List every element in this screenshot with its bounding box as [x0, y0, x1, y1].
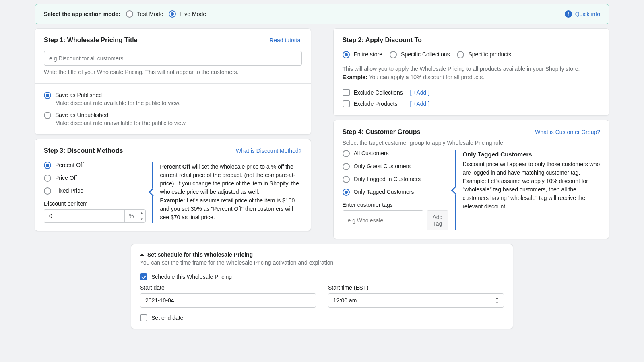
step2-card: Step 2: Apply Discount To Entire store S… [333, 28, 610, 116]
schedule-card: Set schedule for this Wholesale Pricing … [131, 244, 513, 329]
fixed-price-radio[interactable] [44, 187, 51, 195]
info-percent-bold: Percent Off [160, 163, 190, 170]
quick-info-link[interactable]: i Quick info [565, 10, 600, 18]
app-mode-label: Select the application mode: [44, 11, 120, 17]
what-discount-method-link[interactable]: What is Discount Method? [236, 148, 301, 154]
guest-customers-radio[interactable] [343, 163, 350, 170]
caret-up-icon [140, 253, 144, 256]
entire-store-radio[interactable] [343, 51, 350, 58]
specific-products-option[interactable]: Specific products [457, 51, 511, 58]
fixed-price-option[interactable]: Fixed Price [44, 187, 146, 195]
customer-tags-input[interactable] [343, 210, 423, 230]
set-end-date-label: Set end date [151, 315, 183, 321]
schedule-this-label: Schedule this Wholesale Pricing [151, 274, 232, 280]
save-unpublished-radio[interactable] [44, 112, 51, 119]
percent-off-option[interactable]: Percent Off [44, 162, 146, 169]
add-products-link[interactable]: [ +Add ] [410, 101, 430, 107]
test-mode-label[interactable]: Test Mode [137, 11, 163, 17]
apply-to-desc: This will allow you to apply the Wholesa… [343, 66, 580, 72]
pricing-title-help: Write the title of your Wholesale Pricin… [44, 69, 302, 75]
step2-title: Step 2: Apply Discount To [343, 37, 601, 44]
customer-group-info: Only Tagged Customers Discount price wil… [455, 150, 600, 230]
save-published-desc: Make discount rule available for the pub… [55, 100, 180, 106]
start-time-label: Start time (EST) [328, 284, 504, 291]
all-customers-option[interactable]: All Customers [343, 150, 449, 157]
percent-off-label: Percent Off [55, 162, 84, 168]
logged-in-customers-radio[interactable] [343, 176, 350, 183]
step1-title: Step 1: Wholesale Pricing Title [44, 37, 138, 44]
save-published-radio[interactable] [44, 92, 51, 99]
apply-to-example-label: Example: [343, 74, 367, 80]
tagged-customers-radio[interactable] [343, 189, 350, 196]
save-unpublished-desc: Make discount rule unavailable for the p… [55, 120, 187, 126]
read-tutorial-link[interactable]: Read tutorial [270, 37, 301, 43]
exclude-collections-checkbox[interactable] [343, 89, 350, 96]
discount-value-input[interactable] [44, 209, 124, 223]
all-customers-label: All Customers [354, 150, 389, 156]
tagged-customers-option[interactable]: Only Tagged Customers [343, 189, 449, 196]
quick-info-text: Quick info [575, 11, 600, 17]
exclude-products-checkbox[interactable] [343, 100, 350, 107]
customer-tags-label: Enter customer tags [343, 202, 449, 208]
all-customers-radio[interactable] [343, 150, 350, 157]
apply-to-example-text: You can apply a 10% discount for all pro… [367, 74, 484, 80]
guest-customers-option[interactable]: Only Guest Customers [343, 163, 449, 170]
stepper-up-icon[interactable]: ▲ [138, 210, 145, 216]
step3-card: Step 3: Discount Methods What is Discoun… [35, 139, 311, 231]
entire-store-label: Entire store [354, 51, 383, 58]
info-tagged-title: Only Tagged Customers [462, 151, 600, 158]
start-date-input[interactable] [140, 293, 316, 308]
start-time-select[interactable] [328, 293, 504, 308]
step3-title: Step 3: Discount Methods [44, 147, 123, 154]
entire-store-option[interactable]: Entire store [343, 51, 383, 58]
price-off-radio[interactable] [44, 175, 51, 182]
add-collections-link[interactable]: [ +Add ] [410, 89, 430, 96]
guest-customers-label: Only Guest Customers [354, 163, 411, 169]
schedule-toggle[interactable]: Set schedule for this Wholesale Pricing [140, 251, 504, 258]
exclude-products-label: Exclude Products [354, 101, 406, 107]
schedule-this-checkbox[interactable] [140, 273, 147, 280]
step4-card: Step 4: Customer Groups What is Customer… [333, 120, 610, 239]
what-customer-group-link[interactable]: What is Customer Group? [535, 129, 600, 135]
live-mode-radio[interactable] [169, 10, 176, 18]
price-off-option[interactable]: Price Off [44, 175, 146, 182]
save-unpublished-option[interactable]: Save as Unpublished Make discount rule u… [44, 112, 302, 126]
specific-products-radio[interactable] [457, 51, 464, 58]
discount-stepper[interactable]: ▲ ▼ [138, 209, 146, 223]
discount-per-item-label: Discount per item [44, 200, 146, 207]
fixed-price-label: Fixed Price [55, 187, 83, 194]
app-mode-banner: Select the application mode: Test Mode L… [35, 4, 609, 24]
logged-in-customers-label: Only Logged In Customers [354, 176, 421, 182]
price-off-label: Price Off [55, 175, 77, 181]
set-end-date-checkbox[interactable] [140, 314, 147, 321]
specific-collections-label: Specific Collections [401, 51, 450, 58]
percent-off-radio[interactable] [44, 162, 51, 169]
exclude-collections-label: Exclude Collections [354, 89, 406, 96]
save-unpublished-title: Save as Unpublished [55, 112, 187, 118]
step4-title: Step 4: Customer Groups [343, 128, 421, 136]
pricing-title-input[interactable] [44, 51, 302, 66]
schedule-head-text: Set schedule for this Wholesale Pricing [147, 251, 253, 258]
live-mode-label[interactable]: Live Mode [180, 11, 206, 17]
info-tagged-text: Discount price will appear to only those… [462, 160, 600, 211]
step4-subtitle: Select the target customer group to appl… [343, 140, 601, 146]
specific-collections-radio[interactable] [390, 51, 397, 58]
schedule-sub: You can set the time frame for the Whole… [140, 259, 504, 266]
step1-card: Step 1: Wholesale Pricing Title Read tut… [35, 28, 311, 135]
info-example-label: Example: [160, 197, 185, 204]
discount-method-info: Percent Off will set the wholesale price… [152, 162, 301, 223]
specific-products-label: Specific products [468, 51, 511, 58]
info-icon: i [565, 10, 572, 18]
stepper-down-icon[interactable]: ▼ [138, 216, 145, 223]
test-mode-radio[interactable] [126, 10, 133, 18]
save-published-title: Save as Published [55, 92, 180, 98]
save-published-option[interactable]: Save as Published Make discount rule ava… [44, 92, 302, 106]
start-date-label: Start date [140, 284, 316, 291]
logged-in-customers-option[interactable]: Only Logged In Customers [343, 176, 449, 183]
specific-collections-option[interactable]: Specific Collections [390, 51, 450, 58]
add-tag-button[interactable]: Add Tag [427, 210, 449, 230]
tagged-customers-label: Only Tagged Customers [354, 189, 414, 195]
discount-unit: % [124, 209, 138, 223]
